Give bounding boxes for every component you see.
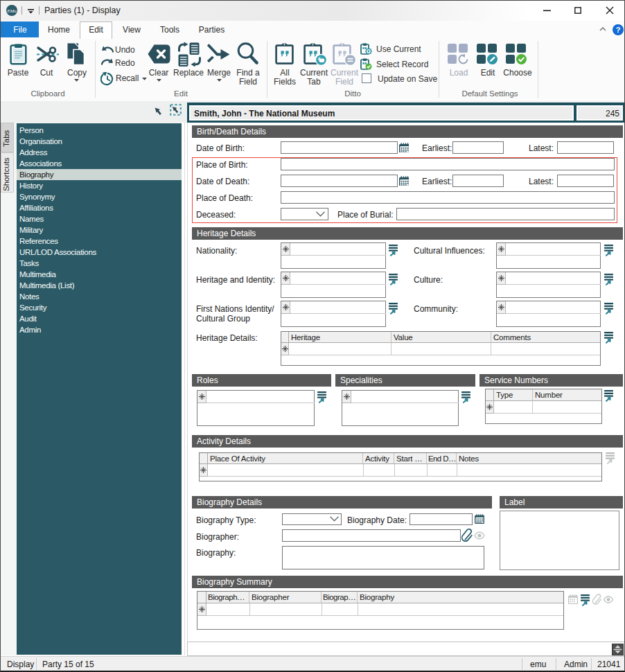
svg-text:EMu: EMu: [6, 8, 17, 14]
svg-text:?: ?: [616, 26, 621, 34]
